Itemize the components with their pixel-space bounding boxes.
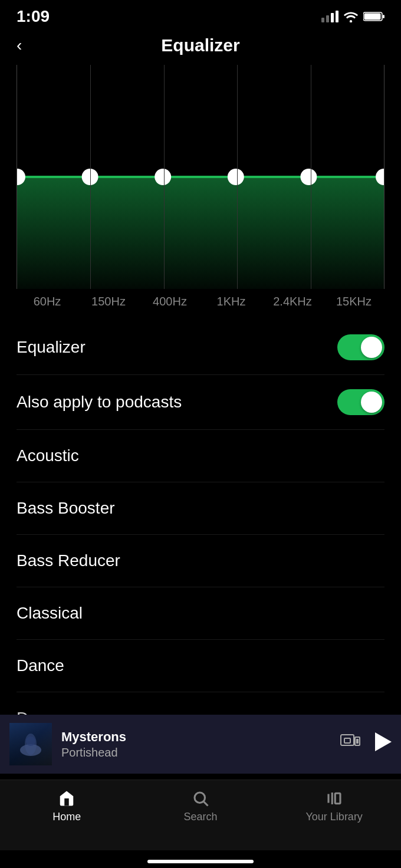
- status-bar: 1:09: [0, 0, 401, 29]
- freq-label-1khz: 1KHz: [200, 295, 262, 308]
- eq-chart[interactable]: [17, 65, 384, 289]
- nav-home-label: Home: [52, 811, 81, 823]
- svg-point-19: [195, 793, 205, 803]
- svg-rect-2: [383, 15, 384, 18]
- podcasts-toggle[interactable]: [337, 389, 384, 415]
- play-button[interactable]: [375, 732, 392, 756]
- now-playing-title: Mysterons: [61, 729, 330, 745]
- bottom-nav: Home Search Your Library: [0, 780, 401, 850]
- svg-rect-23: [335, 793, 340, 804]
- nav-search-label: Search: [183, 811, 217, 823]
- search-icon: [192, 790, 209, 807]
- preset-classical[interactable]: Classical: [17, 587, 384, 640]
- preset-dance[interactable]: Dance: [17, 640, 384, 692]
- home-indicator: [147, 860, 254, 863]
- podcasts-toggle-knob: [361, 392, 382, 413]
- equalizer-toggle-knob: [361, 337, 382, 358]
- header: ‹ Equalizer: [0, 29, 401, 65]
- svg-point-12: [26, 737, 35, 746]
- svg-marker-17: [375, 732, 392, 751]
- home-icon: [58, 790, 75, 807]
- frequency-labels: 60Hz 150Hz 400Hz 1KHz 2.4KHz 15KHz: [0, 289, 401, 308]
- status-time: 1:09: [17, 7, 50, 26]
- nav-library-label: Your Library: [305, 811, 362, 823]
- podcasts-setting-row: Also apply to podcasts: [17, 375, 384, 430]
- nav-search[interactable]: Search: [134, 790, 268, 823]
- freq-label-150hz: 150Hz: [78, 295, 139, 308]
- library-icon: [326, 790, 343, 807]
- svg-point-6: [155, 169, 171, 185]
- nav-home[interactable]: Home: [0, 790, 134, 823]
- svg-rect-18: [65, 798, 70, 806]
- settings-section: Equalizer Also apply to podcasts: [0, 320, 401, 430]
- freq-label-60hz: 60Hz: [17, 295, 78, 308]
- preset-bass-reducer[interactable]: Bass Reducer: [17, 535, 384, 587]
- equalizer-toggle[interactable]: [337, 334, 384, 360]
- equalizer-label: Equalizer: [17, 338, 86, 357]
- now-playing-bar[interactable]: Mysterons Portishead: [0, 715, 401, 774]
- album-art: [9, 723, 52, 765]
- battery-icon: [363, 11, 384, 22]
- freq-label-15khz: 15KHz: [323, 295, 384, 308]
- equalizer-setting-row: Equalizer: [17, 320, 384, 375]
- svg-point-8: [300, 169, 317, 185]
- freq-label-24khz: 2.4KHz: [262, 295, 323, 308]
- svg-rect-14: [344, 738, 350, 743]
- now-playing-controls: [340, 732, 392, 756]
- podcasts-label: Also apply to podcasts: [17, 393, 182, 412]
- freq-label-400hz: 400Hz: [139, 295, 200, 308]
- now-playing-artist: Portishead: [61, 746, 330, 760]
- eq-chart-svg[interactable]: [17, 65, 384, 289]
- back-button[interactable]: ‹: [17, 36, 22, 55]
- svg-marker-3: [17, 177, 384, 289]
- now-playing-info: Mysterons Portishead: [61, 729, 330, 760]
- svg-point-7: [228, 169, 244, 185]
- svg-line-20: [204, 802, 208, 806]
- page-title: Equalizer: [161, 35, 239, 55]
- status-icons: [321, 11, 384, 22]
- preset-bass-booster[interactable]: Bass Booster: [17, 482, 384, 535]
- preset-acoustic[interactable]: Acoustic: [17, 430, 384, 482]
- signal-icon: [321, 11, 338, 22]
- device-connect-icon[interactable]: [340, 734, 361, 755]
- nav-library[interactable]: Your Library: [267, 790, 401, 823]
- preset-list: Acoustic Bass Booster Bass Reducer Class…: [0, 430, 401, 745]
- svg-rect-1: [364, 14, 381, 20]
- svg-rect-13: [341, 735, 354, 745]
- wifi-icon: [343, 11, 359, 22]
- svg-rect-16: [356, 739, 359, 744]
